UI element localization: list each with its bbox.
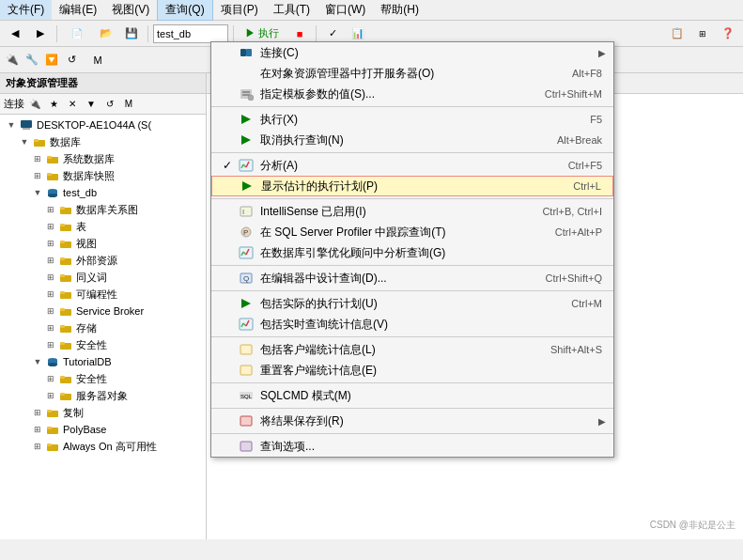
tree-expand-11[interactable]: ⊞ [43, 303, 58, 319]
qmenu-item-26[interactable]: 查询选项... [211, 436, 613, 457]
refresh-btn[interactable]: 🔧 [23, 50, 40, 70]
qmenu-sep-25 [211, 433, 613, 434]
qmenu-item-0[interactable]: 连接(C)▶ [211, 42, 613, 63]
grid-btn[interactable]: ⊞ [691, 23, 714, 44]
tree-item-5[interactable]: ⊞数据库关系图 [0, 201, 206, 218]
qmenu-icon-24 [236, 412, 256, 429]
tree-item-10[interactable]: ⊞可编程性 [0, 286, 206, 303]
sidebar-refresh-btn[interactable]: ↺ [101, 96, 118, 113]
qmenu-item-1[interactable]: 在对象资源管理器中打开服务器(O)Alt+F8 [211, 63, 613, 84]
qmenu-item-5[interactable]: 取消执行查询(N)Alt+Break [211, 130, 613, 150]
tree-item-2[interactable]: ⊞系统数据库 [0, 150, 206, 167]
db-selector[interactable]: test_db [153, 24, 228, 43]
qmenu-item-24[interactable]: 将结果保存到(R)▶ [211, 411, 613, 431]
filter-btn[interactable]: 🔽 [43, 50, 60, 70]
tree-expand-9[interactable]: ⊞ [43, 270, 58, 285]
tree-item-11[interactable]: ⊞Service Broker [0, 303, 206, 319]
tree-area[interactable]: ▼DESKTOP-AE1O44A (S(▼数据库⊞系统数据库⊞数据库快照▼tes… [0, 115, 206, 539]
tree-item-6[interactable]: ⊞表 [0, 218, 206, 235]
qmenu-item-4[interactable]: 执行(X)F5 [211, 109, 613, 130]
connect-btn[interactable]: 🔌 [4, 50, 21, 70]
qmenu-item-16[interactable]: 包括实际的执行计划(U)Ctrl+M [211, 293, 613, 314]
qmenu-item-19[interactable]: 包括客户端统计信息(L)Shift+Alt+S [211, 339, 613, 360]
qmenu-item-2[interactable]: 指定模板参数的值(S)...Ctrl+Shift+M [211, 84, 613, 104]
forward-btn[interactable]: ▶ [29, 23, 52, 44]
help-btn[interactable]: ❓ [717, 23, 739, 44]
query-menu[interactable]: 连接(C)▶在对象资源管理器中打开服务器(O)Alt+F8指定模板参数的值(S)… [210, 41, 614, 458]
svg-rect-75 [240, 442, 252, 451]
sidebar-more-btn[interactable]: M [120, 96, 137, 113]
sidebar-connect-btn[interactable]: 🔌 [26, 96, 43, 113]
tree-item-15[interactable]: ⊞安全性 [0, 370, 206, 387]
menu-tools[interactable]: 工具(T) [266, 0, 317, 20]
tree-item-17[interactable]: ⊞复制 [0, 404, 206, 421]
menu-window[interactable]: 窗口(W) [317, 0, 373, 20]
tree-item-4[interactable]: ▼test_db [0, 184, 206, 201]
qmenu-item-20[interactable]: 重置客户端统计信息(E) [211, 360, 613, 381]
tree-expand-1[interactable]: ▼ [17, 134, 32, 149]
tree-expand-0[interactable]: ▼ [4, 117, 19, 132]
tree-item-14[interactable]: ▼TutorialDB [0, 353, 206, 370]
qmenu-item-22[interactable]: SQLSQLCMD 模式(M) [211, 385, 613, 406]
tree-expand-15[interactable]: ⊞ [43, 371, 58, 386]
tree-item-18[interactable]: ⊞PolyBase [0, 421, 206, 438]
qmenu-item-7[interactable]: ✓分析(A)Ctrl+F5 [211, 155, 613, 176]
tree-item-0[interactable]: ▼DESKTOP-AE1O44A (S( [0, 117, 206, 133]
back-btn[interactable]: ◀ [4, 23, 26, 44]
sidebar-star-btn[interactable]: ★ [45, 96, 62, 113]
tree-expand-18[interactable]: ⊞ [30, 422, 45, 437]
tree-expand-17[interactable]: ⊞ [30, 405, 45, 420]
tree-item-7[interactable]: ⊞视图 [0, 235, 206, 252]
reload-btn[interactable]: ↺ [63, 50, 80, 70]
tree-expand-12[interactable]: ⊞ [43, 320, 58, 335]
tree-expand-4[interactable]: ▼ [30, 185, 45, 200]
qmenu-item-11[interactable]: P在 SQL Server Profiler 中跟踪查询(T)Ctrl+Alt+… [211, 222, 613, 242]
svg-rect-26 [60, 325, 65, 328]
svg-rect-33 [60, 376, 65, 379]
qmenu-item-10[interactable]: IIntelliSense 已启用(I)Ctrl+B, Ctrl+I [211, 201, 613, 222]
tree-expand-8[interactable]: ⊞ [43, 253, 58, 268]
sidebar-filter-btn[interactable]: ▼ [83, 96, 100, 113]
tree-item-19[interactable]: ⊞Always On 高可用性 [0, 438, 206, 455]
qmenu-sep-18 [211, 336, 613, 337]
qmenu-sep-6 [211, 152, 613, 153]
qmenu-label-10: IntelliSense 已启用(I) [260, 204, 523, 220]
tree-item-9[interactable]: ⊞同义词 [0, 269, 206, 286]
tree-expand-7[interactable]: ⊞ [43, 236, 58, 251]
menu-help[interactable]: 帮助(H) [373, 0, 426, 20]
tree-expand-6[interactable]: ⊞ [43, 219, 58, 234]
tree-expand-14[interactable]: ▼ [30, 354, 45, 369]
tree-expand-19[interactable]: ⊞ [30, 439, 45, 454]
tree-item-13[interactable]: ⊞安全性 [0, 336, 206, 353]
menu-query[interactable]: 查询(Q) [157, 0, 212, 21]
qmenu-item-17[interactable]: 包括实时查询统计信息(V) [211, 314, 613, 334]
menu-file[interactable]: 文件(F) [0, 0, 52, 20]
sidebar-x-btn[interactable]: ✕ [64, 96, 81, 113]
qmenu-item-12[interactable]: 在数据库引擎优化顾问中分析查询(G) [211, 242, 613, 263]
tree-item-16[interactable]: ⊞服务器对象 [0, 387, 206, 404]
menu-view[interactable]: 视图(V) [104, 0, 157, 20]
qmenu-label-17: 包括实时查询统计信息(V) [260, 317, 583, 333]
tree-expand-13[interactable]: ⊞ [43, 337, 58, 352]
tree-item-1[interactable]: ▼数据库 [0, 133, 206, 150]
tree-item-12[interactable]: ⊞存储 [0, 319, 206, 336]
menu-edit[interactable]: 编辑(E) [52, 0, 104, 20]
new-query-btn[interactable]: 📄 [62, 23, 92, 44]
tree-expand-3[interactable]: ⊞ [30, 168, 45, 183]
qmenu-item-14[interactable]: Q在编辑器中设计查询(D)...Ctrl+Shift+Q [211, 268, 613, 288]
qmenu-item-8[interactable]: 显示估计的执行计划(P)Ctrl+L [211, 176, 613, 196]
tree-icon-16 [58, 389, 73, 402]
tree-expand-5[interactable]: ⊞ [43, 202, 58, 217]
results-btn[interactable]: 📋 [666, 23, 689, 44]
open-btn[interactable]: 📂 [95, 23, 117, 44]
tree-item-8[interactable]: ⊞外部资源 [0, 252, 206, 269]
save-btn[interactable]: 💾 [120, 23, 143, 44]
tree-icon-14 [45, 355, 60, 368]
tree-item-3[interactable]: ⊞数据库快照 [0, 167, 206, 184]
tree-label-2: 系统数据库 [63, 152, 115, 166]
tb2-btn1[interactable]: M [89, 50, 106, 70]
tree-expand-16[interactable]: ⊞ [43, 388, 58, 403]
tree-expand-10[interactable]: ⊞ [43, 287, 58, 302]
tree-expand-2[interactable]: ⊞ [30, 151, 45, 166]
menu-project[interactable]: 项目(P) [213, 0, 266, 20]
